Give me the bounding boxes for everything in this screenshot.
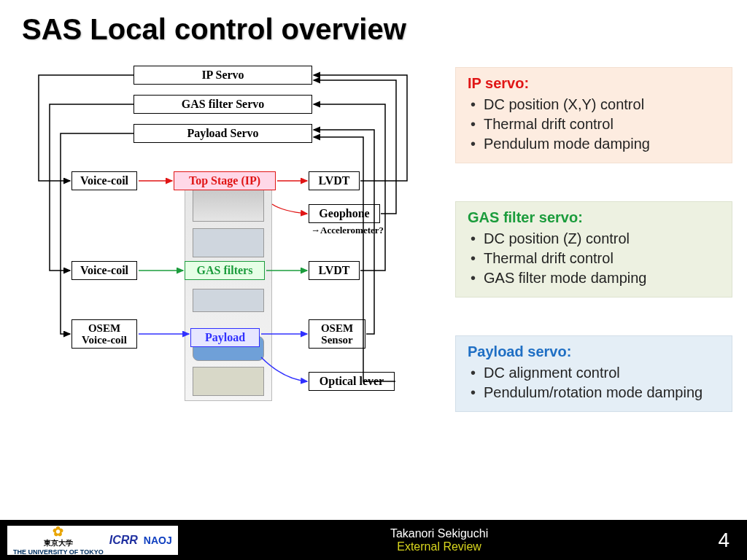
list-item: Thermal drift control bbox=[468, 114, 721, 134]
list-item: DC position (Z) control bbox=[468, 229, 721, 249]
card-pay-heading: Payload servo: bbox=[468, 343, 721, 360]
list-item: Pendulum mode damping bbox=[468, 134, 721, 154]
list-item: Thermal drift control bbox=[468, 249, 721, 268]
list-item: GAS filter mode damping bbox=[468, 268, 721, 288]
list-item: Pendulum/rotation mode damping bbox=[468, 383, 721, 402]
card-ip-list: DC position (X,Y) control Thermal drift … bbox=[468, 95, 721, 154]
logo-utokyo: ✿ 東京大学 THE UNIVERSITY OF TOKYO bbox=[13, 525, 104, 556]
list-item: DC position (X,Y) control bbox=[468, 95, 721, 114]
card-pay-list: DC alignment control Pendulum/rotation m… bbox=[468, 363, 721, 402]
card-gas-list: DC position (Z) control Thermal drift co… bbox=[468, 229, 721, 288]
footer-center: Takanori Sekiguchi External Review bbox=[178, 527, 701, 553]
leaf-icon: ✿ bbox=[53, 525, 63, 538]
page-title: SAS Local control overview bbox=[22, 13, 406, 46]
card-gas-heading: GAS filter servo: bbox=[468, 209, 721, 226]
footer-author: Takanori Sekiguchi bbox=[178, 527, 701, 540]
footer-bar: ✿ 東京大学 THE UNIVERSITY OF TOKYO ICRR NAOJ… bbox=[0, 520, 747, 560]
card-gas-servo: GAS filter servo: DC position (Z) contro… bbox=[455, 201, 732, 298]
logo-naoj: NAOJ bbox=[144, 534, 172, 546]
block-diagram: IP Servo GAS filter Servo Payload Servo … bbox=[20, 66, 429, 412]
wiring-svg bbox=[20, 66, 429, 412]
card-ip-servo: IP servo: DC position (X,Y) control Ther… bbox=[455, 67, 732, 163]
card-ip-heading: IP servo: bbox=[468, 75, 721, 92]
footer-event: External Review bbox=[178, 540, 701, 553]
logo-icrr: ICRR bbox=[109, 534, 138, 547]
page-number: 4 bbox=[700, 529, 747, 552]
affiliation-logos: ✿ 東京大学 THE UNIVERSITY OF TOKYO ICRR NAOJ bbox=[7, 526, 178, 555]
card-payload-servo: Payload servo: DC alignment control Pend… bbox=[455, 335, 732, 412]
list-item: DC alignment control bbox=[468, 363, 721, 383]
